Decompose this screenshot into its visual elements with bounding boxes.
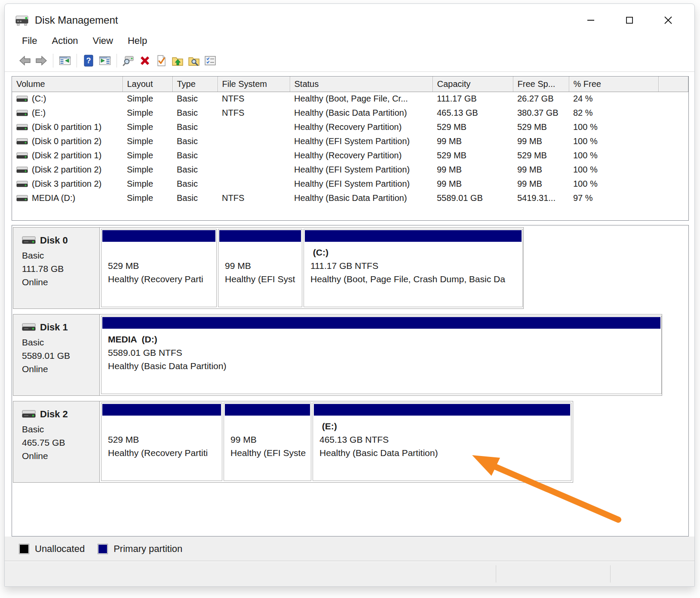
statusbar-separator [610,565,611,583]
volume-drive-icon [16,180,28,188]
legend-label: Primary partition [114,543,182,555]
partition-color-strip [102,404,221,416]
partition-color-strip [219,230,301,242]
back-icon [18,55,31,67]
partition-status: Healthy (EFI Syste [230,446,307,459]
rescan-disks-button[interactable] [120,53,137,68]
menu-action[interactable]: Action [52,35,78,46]
delete-volume-button[interactable] [137,53,153,68]
svg-text:?: ? [86,56,91,65]
volume-drive-icon [16,123,28,131]
volume-drive-icon [16,95,28,102]
primary-partition-swatch [98,544,108,554]
volume-list-panel: Volume Layout Type File System Status Ca… [12,76,689,221]
table-row[interactable]: (Disk 0 partition 2) SimpleBasic Healthy… [12,134,688,148]
mark-partition-button[interactable] [153,53,169,68]
disk2-label[interactable]: Disk 2 Basic 465.75 GB Online [13,401,100,482]
partition-status: Healthy (Basic Data Partition) [108,359,657,373]
partition-status: Healthy (EFI Syst [225,272,298,286]
partition-block-c[interactable]: (C:) 111.17 GB NTFS Healthy (Boot, Page … [304,229,523,307]
table-row[interactable]: (Disk 0 partition 1) SimpleBasic Healthy… [12,120,688,134]
minimize-button[interactable] [580,11,602,30]
table-row[interactable]: MEDIA (D:) SimpleBasicNTFS Healthy (Basi… [12,191,688,205]
partition-size: 529 MB [108,433,218,446]
properties-button[interactable] [202,53,218,68]
legend-item-unallocated: Unallocated [19,543,85,555]
help-icon: ? [83,54,94,67]
disk-state: Online [22,275,99,289]
disk-icon [22,410,36,419]
delete-x-icon [138,54,151,67]
table-row[interactable]: (Disk 3 partition 2) SimpleBasic Healthy… [12,177,688,191]
col-free-space[interactable]: Free Sp... [513,77,569,92]
menu-view[interactable]: View [93,35,113,46]
back-button[interactable] [17,53,33,68]
content-area: Volume Layout Type File System Status Ca… [5,72,694,536]
partition-size: 99 MB [230,433,307,446]
disk-name: Disk 2 [40,407,68,421]
partition-block[interactable]: 529 MB Healthy (Recovery Partiti [101,403,222,481]
show-console-tree-icon [58,55,71,67]
partition-size: 111.17 GB NTFS [310,259,518,272]
volume-drive-icon [16,138,28,145]
col-volume[interactable]: Volume [12,77,123,92]
toolbar-separator [77,54,77,68]
close-button[interactable] [657,11,679,30]
partition-block[interactable]: 99 MB Healthy (EFI Syste [224,403,311,481]
maximize-button[interactable] [619,11,640,30]
col-pct-free[interactable]: % Free [569,77,658,92]
forward-button[interactable] [33,53,49,68]
partition-block-media-d[interactable]: MEDIA (D:) 5589.01 GB NTFS Healthy (Basi… [101,316,662,394]
legend: Unallocated Primary partition [5,536,694,561]
forward-icon [35,55,48,67]
disk1-label[interactable]: Disk 1 Basic 5589.01 GB Online [13,314,100,395]
col-layout[interactable]: Layout [123,77,172,92]
volume-drive-icon [16,152,28,159]
partition-status: Healthy (Recovery Parti [108,272,212,286]
explore-button[interactable] [186,53,202,68]
minimize-icon [586,16,595,25]
open-button[interactable] [169,53,186,68]
graphical-view-panel: Disk 0 Basic 111.78 GB Online 529 MB Hea… [12,225,689,536]
disk-icon [22,236,36,245]
volume-drive-icon [16,109,28,117]
show-console-tree-button[interactable] [57,53,73,68]
col-capacity[interactable]: Capacity [433,77,513,92]
partition-color-strip [102,317,660,329]
partition-size: 529 MB [108,259,212,272]
col-filler [658,77,688,92]
disk-type: Basic [22,336,99,349]
menu-help[interactable]: Help [128,35,147,46]
titlebar: Disk Management [5,4,694,32]
help-button[interactable]: ? [80,53,97,68]
folder-up-icon [171,54,184,67]
table-header-row: Volume Layout Type File System Status Ca… [12,77,688,92]
table-row[interactable]: (Disk 2 partition 2) SimpleBasic Healthy… [12,163,688,177]
disk-band-1: Disk 1 Basic 5589.01 GB Online MEDIA (D:… [13,314,662,396]
menubar: File Action View Help [5,32,694,49]
folder-search-icon [187,54,200,67]
partition-status: Healthy (Recovery Partiti [108,446,218,459]
table-row[interactable]: (E:) SimpleBasicNTFS Healthy (Basic Data… [12,106,688,120]
partition-color-strip [225,404,310,416]
col-file-system[interactable]: File System [218,77,290,92]
disk-name: Disk 0 [40,234,68,247]
status-bar [5,561,694,586]
partition-block[interactable]: 99 MB Healthy (EFI Syst [218,229,302,307]
partition-block[interactable]: 529 MB Healthy (Recovery Parti [101,229,217,307]
col-type[interactable]: Type [172,77,218,92]
partition-block-e[interactable]: (E:) 465.13 GB NTFS Healthy (Basic Data … [313,403,571,481]
table-row[interactable]: (C:) SimpleBasicNTFS Healthy (Boot, Page… [12,92,688,106]
partition-size: 99 MB [225,259,298,272]
disk-icon [22,323,36,332]
disk-type: Basic [22,422,99,436]
table-row[interactable]: (Disk 2 partition 1) SimpleBasic Healthy… [12,148,688,163]
toolbar: ? [5,49,694,72]
show-action-pane-button[interactable] [97,53,113,68]
partition-color-strip [314,404,570,416]
disk-state: Online [22,362,99,376]
col-status[interactable]: Status [290,77,433,92]
menu-file[interactable]: File [22,35,37,46]
disk0-label[interactable]: Disk 0 Basic 111.78 GB Online [13,228,100,308]
partition-size: 5589.01 GB NTFS [108,346,657,359]
